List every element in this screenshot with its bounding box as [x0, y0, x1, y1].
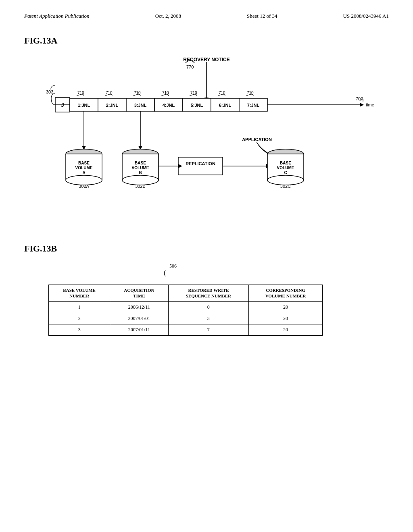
svg-text:BASE: BASE	[280, 161, 291, 165]
table-row: 2 2007/01/01 3 20	[49, 313, 323, 324]
svg-text:770: 770	[186, 64, 194, 69]
svg-text:302C: 302C	[280, 184, 291, 189]
svg-text:303: 303	[46, 89, 53, 94]
cell-acq-1: 2006/12/11	[110, 301, 168, 313]
svg-text:time: time	[366, 102, 374, 107]
svg-text:5:JNL: 5:JNL	[191, 103, 203, 108]
fig13a-diagram: RECOVERY NOTICE 770 303 J time 700 1:JNL	[33, 54, 380, 227]
col-header-restored-write: RESTORED WRITESEQUENCE NUMBER	[168, 285, 249, 302]
svg-text:302A: 302A	[79, 184, 89, 189]
svg-text:C: C	[284, 170, 287, 175]
header-sheet: Sheet 12 of 34	[247, 13, 277, 19]
svg-marker-8	[360, 103, 364, 107]
cell-rw-3: 7	[168, 324, 249, 335]
svg-text:VOLUME: VOLUME	[132, 166, 149, 170]
table-row: 3 2007/01/11 7 20	[49, 324, 323, 335]
fig13a-svg: RECOVERY NOTICE 770 303 J time 700 1:JNL	[33, 54, 380, 227]
svg-text:VOLUME: VOLUME	[75, 166, 93, 170]
cell-cv-3: 20	[249, 324, 323, 335]
svg-text:RECOVERY NOTICE: RECOVERY NOTICE	[183, 57, 229, 62]
cell-rw-2: 3	[168, 313, 249, 324]
svg-text:3:JNL: 3:JNL	[134, 103, 147, 108]
fig13b-table: BASE VOLUMENUMBER ACQUISITIONTIME RESTOR…	[48, 285, 323, 336]
col-header-corresponding: CORRESPONDINGVOLUME NUMBER	[249, 285, 323, 302]
svg-text:302B: 302B	[135, 184, 146, 189]
ref-506-brace: (	[164, 269, 166, 276]
svg-text:4:JNL: 4:JNL	[163, 103, 175, 108]
cell-bv-2: 2	[49, 313, 110, 324]
table-row: 1 2006/12/11 0 20	[49, 301, 323, 313]
fig13a-label: FIG.13A	[24, 35, 389, 46]
col-header-acquisition: ACQUISITIONTIME	[110, 285, 168, 302]
svg-text:A: A	[82, 170, 85, 175]
cell-acq-3: 2007/01/11	[110, 324, 168, 335]
fig13b-label: FIG.13B	[24, 243, 389, 254]
svg-text:1:JNL: 1:JNL	[78, 103, 90, 108]
header-date: Oct. 2, 2008	[155, 13, 181, 19]
svg-text:B: B	[139, 170, 142, 175]
svg-text:BASE: BASE	[78, 161, 90, 165]
cell-acq-2: 2007/01/01	[110, 313, 168, 324]
cell-cv-1: 20	[249, 301, 323, 313]
col-header-base-volume: BASE VOLUMENUMBER	[49, 285, 110, 302]
svg-text:6:JNL: 6:JNL	[219, 103, 232, 108]
header-patent: US 2008/0243946 A1	[343, 13, 389, 19]
header-publication: Patent Application Publication	[24, 13, 90, 19]
fig13b-section: FIG.13B 506 ( BASE VOLUMENUMBER ACQUISIT…	[24, 243, 389, 336]
table-header: BASE VOLUMENUMBER ACQUISITIONTIME RESTOR…	[49, 285, 323, 302]
page-header: Patent Application Publication Oct. 2, 2…	[0, 0, 413, 19]
table-header-row: BASE VOLUMENUMBER ACQUISITIONTIME RESTOR…	[49, 285, 323, 302]
svg-text:7:JNL: 7:JNL	[247, 103, 260, 108]
svg-text:APPLICATION: APPLICATION	[242, 137, 272, 142]
svg-text:700: 700	[356, 96, 363, 101]
svg-text:2:JNL: 2:JNL	[106, 103, 119, 108]
cell-rw-1: 0	[168, 301, 249, 313]
cell-bv-1: 1	[49, 301, 110, 313]
ref-506: 506	[169, 263, 177, 269]
table-ref-container: 506 (	[48, 262, 389, 276]
cell-bv-3: 3	[49, 324, 110, 335]
table-body: 1 2006/12/11 0 20 2 2007/01/01 3 20 3 20…	[49, 301, 323, 335]
main-content: FIG.13A RECOVERY NOTICE 770 303 J time 7…	[0, 19, 413, 344]
svg-text:REPLICATION: REPLICATION	[186, 161, 215, 166]
svg-text:VOLUME: VOLUME	[277, 166, 294, 170]
cell-cv-2: 20	[249, 313, 323, 324]
svg-rect-50	[178, 157, 223, 175]
svg-text:BASE: BASE	[135, 161, 146, 165]
